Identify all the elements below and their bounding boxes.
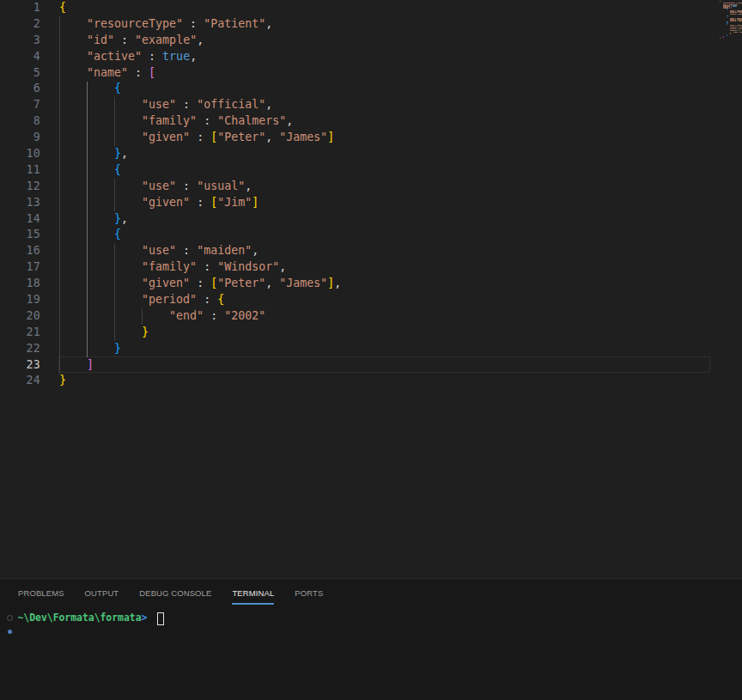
code-line-12[interactable]: 12 "use" : "usual",: [0, 179, 742, 195]
line-number[interactable]: 12: [0, 179, 40, 195]
code-token: ,: [252, 244, 258, 257]
line-number[interactable]: 20: [0, 308, 40, 325]
line-number[interactable]: 21: [0, 325, 40, 341]
line-content: "use" : "official",: [59, 97, 272, 113]
minimap-line-bar: [723, 36, 724, 37]
terminal-prompt-path: ~\Dev\Formata\formata: [18, 612, 142, 624]
line-number[interactable]: 1: [0, 0, 40, 16]
code-token: "name": [87, 66, 128, 79]
code-token: :: [197, 114, 217, 127]
code-token: ,: [286, 114, 293, 127]
line-number[interactable]: 15: [0, 227, 40, 243]
code-token: "end": [169, 309, 204, 322]
code-line-1[interactable]: 1{: [0, 0, 742, 16]
minimap-line-bar: [727, 23, 727, 24]
editor-pane[interactable]: 1{2 "resourceType" : "Patient",3 "id" : …: [0, 0, 742, 578]
line-number[interactable]: 17: [0, 259, 40, 276]
code-token: "family": [142, 114, 197, 127]
code-line-4[interactable]: 4 "active" : true,: [0, 49, 742, 65]
indent-guide: [114, 97, 115, 146]
code-token: :: [204, 309, 224, 322]
line-number[interactable]: 14: [0, 211, 40, 228]
line-number[interactable]: 16: [0, 243, 40, 259]
code-token: [59, 326, 142, 338]
line-content: },: [59, 211, 128, 228]
code-token: [: [210, 277, 217, 289]
minimap-line-bar: [737, 20, 738, 21]
code-token: :: [128, 66, 149, 79]
line-content: },: [59, 146, 128, 162]
line-number[interactable]: 10: [0, 146, 40, 162]
code-token: {: [114, 82, 121, 94]
panel-tab-problems[interactable]: PROBLEMS: [18, 579, 64, 605]
line-number[interactable]: 6: [0, 81, 40, 97]
code-line-21[interactable]: 21 }: [0, 325, 742, 341]
line-number[interactable]: 8: [0, 113, 40, 130]
code-token: :: [176, 180, 197, 192]
panel-tab-ports[interactable]: PORTS: [295, 579, 323, 605]
terminal-view[interactable]: ~\Dev\Formata\formata>: [0, 605, 742, 700]
code-token: "James": [279, 277, 327, 289]
line-number[interactable]: 24: [0, 373, 40, 389]
code-token: {: [217, 293, 224, 306]
line-content: "use" : "maiden",: [59, 243, 258, 259]
code-token: "period": [142, 293, 197, 306]
code-token: [59, 196, 142, 209]
code-line-10[interactable]: 10 },: [0, 146, 742, 162]
code-line-18[interactable]: 18 "given" : ["Peter", "James"],: [0, 276, 742, 292]
code-line-9[interactable]: 9 "given" : ["Peter", "James"]: [0, 130, 742, 146]
minimap-line-bar: [730, 33, 731, 33]
code-token: [: [210, 196, 217, 209]
panel-tab-terminal[interactable]: TERMINAL: [232, 579, 274, 605]
panel-tab-output[interactable]: OUTPUT: [85, 579, 119, 605]
code-line-20[interactable]: 20 "end" : "2002": [0, 308, 742, 325]
code-line-5[interactable]: 5 "name" : [: [0, 65, 742, 82]
panel-tab-debug-console[interactable]: DEBUG CONSOLE: [139, 579, 211, 605]
code-line-15[interactable]: 15 {: [0, 227, 742, 243]
line-number[interactable]: 9: [0, 130, 40, 146]
command-decoration-ring-icon[interactable]: [7, 615, 13, 621]
minimap-line-bar: [731, 7, 732, 8]
terminal-prompt-symbol: >: [142, 612, 148, 624]
code-line-8[interactable]: 8 "family" : "Chalmers",: [0, 113, 742, 130]
line-number[interactable]: 2: [0, 16, 40, 33]
line-number[interactable]: 3: [0, 33, 40, 49]
code-line-6[interactable]: 6 {: [0, 81, 742, 97]
code-token: [: [149, 66, 155, 79]
code-line-23[interactable]: 23 ]: [0, 357, 742, 374]
code-line-24[interactable]: 24}: [0, 373, 742, 389]
line-content: "family" : "Chalmers",: [59, 113, 293, 130]
line-number[interactable]: 23: [0, 357, 40, 374]
code-line-13[interactable]: 13 "given" : ["Jim"]: [0, 195, 742, 211]
code-token: "use": [142, 244, 176, 257]
line-number[interactable]: 22: [0, 341, 40, 357]
line-number[interactable]: 4: [0, 49, 40, 65]
code-token: :: [190, 196, 210, 209]
code-line-14[interactable]: 14 },: [0, 211, 742, 228]
minimap-line-bar: [729, 7, 730, 8]
command-decoration-dot-icon[interactable]: [8, 630, 13, 635]
code-token: [59, 114, 142, 127]
line-number[interactable]: 18: [0, 276, 40, 292]
line-number[interactable]: 19: [0, 292, 40, 308]
code-line-11[interactable]: 11 {: [0, 162, 742, 179]
code-token: }: [114, 147, 121, 160]
code-line-2[interactable]: 2 "resourceType" : "Patient",: [0, 16, 742, 33]
code-line-7[interactable]: 7 "use" : "official",: [0, 97, 742, 113]
line-number[interactable]: 11: [0, 162, 40, 179]
code-line-16[interactable]: 16 "use" : "maiden",: [0, 243, 742, 259]
code-line-17[interactable]: 17 "family" : "Windsor",: [0, 259, 742, 276]
line-content: "given" : ["Peter", "James"],: [59, 276, 341, 292]
line-number[interactable]: 7: [0, 97, 40, 113]
code-token: ]: [252, 196, 258, 209]
minimap[interactable]: [710, 0, 742, 578]
line-content: "resourceType" : "Patient",: [59, 16, 272, 33]
code-token: true: [162, 50, 190, 63]
code-line-3[interactable]: 3 "id" : "example",: [0, 33, 742, 49]
minimap-line-bar: [730, 20, 736, 21]
code-line-22[interactable]: 22 }: [0, 341, 742, 357]
code-token: ,: [279, 260, 286, 273]
line-number[interactable]: 5: [0, 65, 40, 82]
line-number[interactable]: 13: [0, 195, 40, 211]
code-line-19[interactable]: 19 "period" : {: [0, 292, 742, 308]
